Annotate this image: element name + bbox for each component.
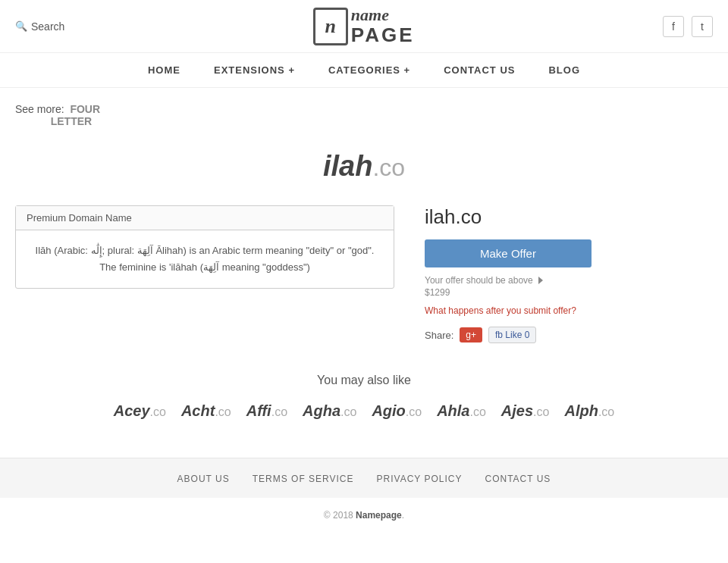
- also-like-ext: .co: [150, 405, 166, 418]
- footer-copy: © 2018 Namepage.: [0, 498, 728, 533]
- nav-blog-link[interactable]: BLOG: [532, 53, 597, 87]
- share-label: Share:: [425, 330, 453, 341]
- also-like-items: Acey.coAcht.coAffi.coAgha.coAgio.coAhla.…: [15, 402, 713, 420]
- also-like-item[interactable]: Acht.co: [181, 402, 231, 420]
- also-like-ext: .co: [215, 405, 231, 418]
- social-icons: f t: [663, 16, 713, 37]
- premium-box-header: Premium Domain Name: [16, 206, 394, 230]
- also-like-name: Affi: [246, 402, 271, 419]
- logo-letter: n: [325, 15, 336, 38]
- also-like-ext: .co: [470, 405, 486, 418]
- nav-home-link[interactable]: HOME: [131, 53, 197, 87]
- also-like-name: Ahla: [437, 402, 469, 419]
- also-like-name: Acey: [114, 402, 150, 419]
- also-like-item[interactable]: Affi.co: [246, 402, 287, 420]
- nav-extensions-link[interactable]: EXTENSIONS +: [197, 53, 312, 87]
- also-like-section: You may also like Acey.coAcht.coAffi.coA…: [15, 374, 713, 420]
- see-more-link-four[interactable]: FOUR: [70, 103, 100, 115]
- offer-hint: Your offer should be above: [425, 275, 592, 286]
- footer-copy-suffix: .: [402, 510, 404, 521]
- domain-name-part: ilah: [323, 150, 372, 182]
- twitter-icon[interactable]: t: [692, 16, 713, 37]
- search-icon: 🔍: [15, 20, 27, 32]
- footer-nav-link[interactable]: ABOUT US: [177, 474, 230, 484]
- logo-text: name PAGE: [351, 6, 415, 46]
- nav-item-home: HOME: [131, 53, 197, 87]
- also-like-ext: .co: [271, 405, 287, 418]
- premium-box: Premium Domain Name Ilāh (Arabic: إِلَٰه…: [15, 205, 394, 289]
- also-like-item[interactable]: Ajes.co: [501, 402, 550, 420]
- search-button[interactable]: 🔍 Search: [15, 20, 64, 33]
- see-more-prefix: See more:: [15, 103, 64, 115]
- logo-link[interactable]: n name PAGE: [313, 6, 415, 46]
- offer-hint-text: Your offer should be above: [425, 275, 533, 286]
- logo-icon-box: n: [313, 8, 348, 45]
- see-more: See more: FOUR LETTER: [15, 103, 713, 127]
- logo-name-text: name: [351, 6, 415, 24]
- footer-brand-link[interactable]: Namepage: [356, 510, 402, 521]
- nav-item-categories: CATEGORIES +: [312, 53, 427, 87]
- footer-nav-link[interactable]: TERMS OF SERVICE: [253, 474, 354, 484]
- domain-ext-part: .co: [372, 154, 405, 181]
- footer-nav-link[interactable]: CONTACT US: [485, 474, 551, 484]
- domain-title-wrap: ilah.co: [15, 150, 713, 183]
- nav-items-list: HOME EXTENSIONS + CATEGORIES + CONTACT U…: [131, 53, 597, 87]
- also-like-item[interactable]: Agha.co: [303, 402, 356, 420]
- logo-page-text: PAGE: [351, 24, 415, 46]
- footer-nav-item: PRIVACY POLICY: [377, 472, 463, 484]
- also-like-title: You may also like: [15, 374, 713, 387]
- also-like-ext: .co: [340, 405, 356, 418]
- see-more-link-letter[interactable]: LETTER: [51, 115, 92, 127]
- facebook-icon[interactable]: f: [663, 16, 684, 37]
- nav-item-extensions: EXTENSIONS +: [197, 53, 312, 87]
- right-panel: ilah.co Make Offer Your offer should be …: [425, 205, 592, 343]
- footer-nav-items: ABOUT USTERMS OF SERVICEPRIVACY POLICYCO…: [15, 472, 713, 484]
- footer-copy-prefix: © 2018: [324, 510, 356, 521]
- nav-contact-link[interactable]: CONTACT US: [427, 53, 532, 87]
- footer-nav-item: ABOUT US: [177, 472, 230, 484]
- domain-name-heading: ilah.co: [425, 205, 592, 229]
- also-like-item[interactable]: Ahla.co: [437, 402, 486, 420]
- also-like-item[interactable]: Alph.co: [564, 402, 614, 420]
- also-like-name: Alph: [564, 402, 598, 419]
- offer-price: $1299: [425, 287, 592, 298]
- share-gplus-button[interactable]: g+: [460, 327, 482, 342]
- header: 🔍 Search n name PAGE f t: [0, 0, 728, 53]
- nav-categories-link[interactable]: CATEGORIES +: [312, 53, 427, 87]
- also-like-ext: .co: [598, 405, 614, 418]
- what-happens-link[interactable]: What happens after you submit offer?: [425, 305, 576, 316]
- also-like-ext: .co: [533, 405, 549, 418]
- arrow-right-icon: [538, 277, 543, 284]
- search-label: Search: [31, 20, 64, 33]
- footer-nav-item: CONTACT US: [485, 472, 551, 484]
- footer-nav-link[interactable]: PRIVACY POLICY: [377, 474, 463, 484]
- content-area: Premium Domain Name Ilāh (Arabic: إِلَٰه…: [15, 205, 713, 343]
- fb-like-button[interactable]: fb Like 0: [488, 327, 536, 343]
- footer-nav-item: TERMS OF SERVICE: [253, 472, 354, 484]
- make-offer-button[interactable]: Make Offer: [425, 239, 592, 267]
- left-panel: Premium Domain Name Ilāh (Arabic: إِلَٰه…: [15, 205, 394, 343]
- main-content: See more: FOUR LETTER ilah.co Premium Do…: [0, 88, 728, 458]
- also-like-item[interactable]: Acey.co: [114, 402, 166, 420]
- footer-nav: ABOUT USTERMS OF SERVICEPRIVACY POLICYCO…: [0, 458, 728, 498]
- also-like-name: Agio: [372, 402, 405, 419]
- premium-box-body: Ilāh (Arabic: إِلَٰه‎; plural: آلِهَة‎ Ā…: [16, 230, 394, 288]
- also-like-name: Agha: [303, 402, 340, 419]
- also-like-item[interactable]: Agio.co: [372, 402, 422, 420]
- main-nav: HOME EXTENSIONS + CATEGORIES + CONTACT U…: [0, 53, 728, 88]
- also-like-ext: .co: [406, 405, 422, 418]
- domain-title: ilah.co: [323, 150, 405, 182]
- also-like-name: Acht: [181, 402, 215, 419]
- nav-item-blog: BLOG: [532, 53, 597, 87]
- also-like-name: Ajes: [501, 402, 533, 419]
- share-area: Share: g+ fb Like 0: [425, 327, 592, 343]
- nav-item-contact: CONTACT US: [427, 53, 532, 87]
